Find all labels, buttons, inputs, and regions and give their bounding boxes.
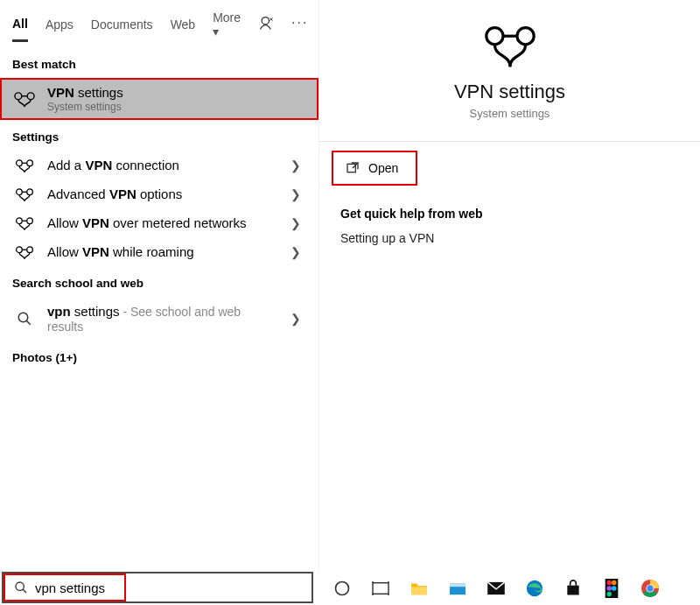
preview-header: VPN settings System settings xyxy=(319,0,700,142)
chevron-right-icon: ❯ xyxy=(285,245,306,259)
svg-point-6 xyxy=(27,188,33,194)
chevron-right-icon: ❯ xyxy=(285,158,306,172)
svg-point-12 xyxy=(486,28,502,45)
preview-title: VPN settings xyxy=(319,81,700,103)
svg-point-24 xyxy=(607,586,612,591)
svg-point-0 xyxy=(262,18,269,25)
result-subtitle: System settings xyxy=(47,101,306,113)
vpn-icon xyxy=(12,216,37,230)
search-icon xyxy=(14,580,28,594)
chevron-right-icon: ❯ xyxy=(285,312,306,326)
tab-web[interactable]: Web xyxy=(171,14,196,40)
vpn-icon xyxy=(12,158,37,172)
vpn-icon xyxy=(12,245,37,259)
svg-point-20 xyxy=(527,580,542,596)
svg-point-2 xyxy=(27,93,34,100)
svg-point-29 xyxy=(647,585,653,591)
section-settings: Settings xyxy=(0,120,318,151)
svg-rect-14 xyxy=(347,164,355,172)
result-title: Allow VPN while roaming xyxy=(47,244,275,259)
feedback-icon[interactable] xyxy=(258,15,276,32)
result-title: vpn settings - See school and web result… xyxy=(47,304,275,334)
result-title: VPN settings xyxy=(47,85,306,100)
svg-point-5 xyxy=(17,188,23,194)
svg-point-4 xyxy=(27,159,33,165)
section-best-match: Best match xyxy=(0,47,318,78)
open-label: Open xyxy=(368,161,398,175)
tab-more[interactable]: More ▾ xyxy=(213,7,241,47)
result-allow-vpn-metered[interactable]: Allow VPN over metered networks ❯ xyxy=(0,208,318,237)
svg-point-10 xyxy=(27,246,33,252)
result-vpn-settings[interactable]: VPN settings System settings xyxy=(0,78,318,120)
vpn-icon xyxy=(12,90,37,108)
svg-point-7 xyxy=(17,217,23,223)
figma-icon[interactable] xyxy=(602,579,621,598)
help-link-setting-up-vpn[interactable]: Setting up a VPN xyxy=(319,231,700,254)
chrome-icon[interactable] xyxy=(640,579,660,598)
search-icon xyxy=(12,311,37,327)
more-options-icon[interactable]: ··· xyxy=(291,15,308,32)
taskbar-search[interactable] xyxy=(2,572,313,603)
svg-point-22 xyxy=(607,580,612,586)
app-icon-blue[interactable] xyxy=(448,579,467,598)
vpn-icon xyxy=(12,187,37,201)
vpn-icon-large xyxy=(319,25,700,70)
svg-point-30 xyxy=(16,582,24,590)
open-button[interactable]: Open xyxy=(332,151,417,186)
task-view-icon[interactable] xyxy=(371,579,390,598)
mail-icon[interactable] xyxy=(486,579,506,598)
open-icon xyxy=(346,161,360,175)
result-title: Allow VPN over metered networks xyxy=(47,215,275,230)
svg-point-25 xyxy=(612,586,617,591)
svg-point-1 xyxy=(15,93,22,100)
svg-rect-16 xyxy=(373,583,388,594)
chevron-right-icon: ❯ xyxy=(285,216,306,230)
svg-point-11 xyxy=(18,313,28,322)
tab-apps[interactable]: Apps xyxy=(46,14,74,40)
svg-point-9 xyxy=(17,246,23,252)
tab-all[interactable]: All xyxy=(12,13,28,42)
result-advanced-vpn-options[interactable]: Advanced VPN options ❯ xyxy=(0,179,318,208)
svg-point-3 xyxy=(17,159,23,165)
svg-point-23 xyxy=(612,580,617,586)
result-add-vpn-connection[interactable]: Add a VPN connection ❯ xyxy=(0,151,318,179)
store-icon[interactable] xyxy=(564,579,583,598)
result-web-vpn-settings[interactable]: vpn settings - See school and web result… xyxy=(0,297,318,341)
svg-rect-18 xyxy=(450,584,466,587)
file-explorer-icon[interactable] xyxy=(410,579,429,598)
result-title: Add a VPN connection xyxy=(47,158,275,172)
section-school-web: Search school and web xyxy=(0,266,318,297)
preview-subtitle: System settings xyxy=(319,107,700,120)
filter-tabs: All Apps Documents Web More ▾ ··· xyxy=(0,0,318,47)
tab-documents[interactable]: Documents xyxy=(91,14,153,40)
result-allow-vpn-roaming[interactable]: Allow VPN while roaming ❯ xyxy=(0,237,318,266)
svg-point-15 xyxy=(336,582,349,595)
section-photos: Photos (1+) xyxy=(0,341,318,371)
search-input[interactable] xyxy=(35,580,124,595)
svg-point-13 xyxy=(517,28,534,45)
chevron-right-icon: ❯ xyxy=(285,187,306,201)
edge-icon[interactable] xyxy=(525,579,544,598)
cortana-icon[interactable] xyxy=(332,579,352,598)
svg-point-8 xyxy=(27,217,33,223)
help-section-title: Get quick help from web xyxy=(319,194,700,231)
svg-point-26 xyxy=(607,592,612,597)
chevron-down-icon: ▾ xyxy=(213,25,219,39)
result-title: Advanced VPN options xyxy=(47,186,275,201)
